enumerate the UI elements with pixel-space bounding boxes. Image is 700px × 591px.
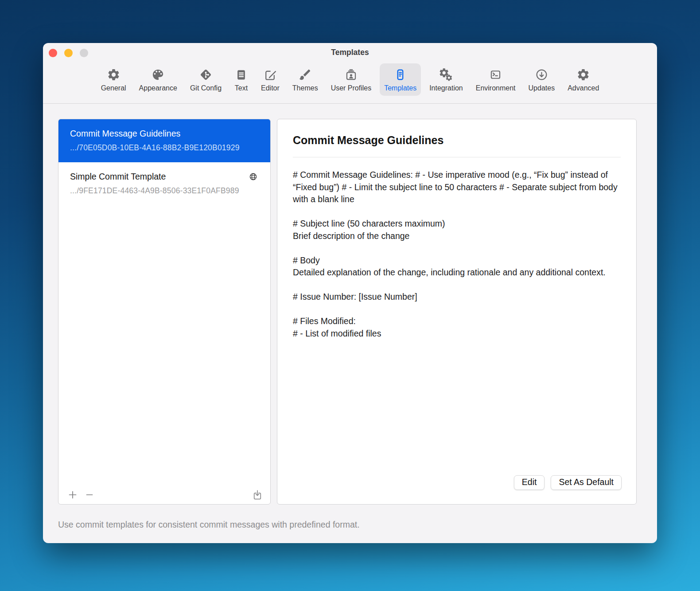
toolbar-item-templates[interactable]: Templates <box>380 63 421 96</box>
toolbar-item-editor[interactable]: Editor <box>257 63 284 96</box>
edit-button[interactable]: Edit <box>514 475 545 490</box>
template-detail-panel: Commit Message Guidelines # Commit Messa… <box>277 119 637 505</box>
preferences-toolbar: General Appearance Git Config Text Edito… <box>43 63 657 103</box>
toolbar-item-advanced[interactable]: Advanced <box>563 63 603 96</box>
git-branch-icon <box>199 68 213 82</box>
template-path: .../9FE171DE-4463-4A9B-8506-33E1F0AFB989 <box>70 186 259 196</box>
paintbrush-icon <box>298 68 312 82</box>
terminal-icon <box>489 68 502 82</box>
toolbar-item-appearance[interactable]: Appearance <box>135 63 182 96</box>
add-template-button[interactable] <box>67 489 78 500</box>
toolbar-item-label: Git Config <box>190 84 222 92</box>
download-square-icon <box>252 489 263 501</box>
gears-icon <box>439 68 453 82</box>
plus-icon <box>67 489 78 500</box>
detail-buttons: Edit Set As Default <box>514 475 622 490</box>
detail-separator <box>293 157 621 157</box>
list-controls <box>58 484 270 504</box>
toolbar-item-label: Advanced <box>568 84 599 92</box>
remove-template-button[interactable] <box>84 489 95 500</box>
toolbar-item-label: Themes <box>292 84 318 92</box>
set-as-default-button[interactable]: Set As Default <box>551 475 622 490</box>
toolbar-item-text[interactable]: Text <box>230 63 253 96</box>
toolbar-item-integration[interactable]: Integration <box>425 63 467 96</box>
globe-icon <box>249 172 258 181</box>
palette-icon <box>151 68 165 82</box>
preferences-window: Templates General Appearance Git Config … <box>43 43 657 543</box>
toolbar-item-label: General <box>101 84 126 92</box>
gear-icon <box>107 68 121 82</box>
toolbar-item-updates[interactable]: Updates <box>524 63 560 96</box>
minus-icon <box>84 489 95 500</box>
toolbar-item-label: Updates <box>529 84 555 92</box>
toolbar-item-user-profiles[interactable]: User Profiles <box>327 63 376 96</box>
footer-hint: Use commit templates for consistent comm… <box>58 520 360 530</box>
toolbar-item-git-config[interactable]: Git Config <box>186 63 226 96</box>
advanced-gear-icon <box>576 68 590 82</box>
arrow-down-circle-icon <box>535 68 548 82</box>
template-name: Commit Message Guidelines <box>70 129 259 139</box>
toolbar-item-label: Editor <box>261 84 280 92</box>
text-document-icon <box>234 68 248 82</box>
toolbar-divider <box>43 103 657 104</box>
toolbar-item-label: Appearance <box>139 84 177 92</box>
templates-document-icon <box>393 68 407 82</box>
import-template-button[interactable] <box>252 489 263 501</box>
template-list-panel: Commit Message Guidelines .../70E05D0B-1… <box>58 119 271 505</box>
toolbar-item-label: User Profiles <box>331 84 372 92</box>
toolbar-item-label: Templates <box>384 84 416 92</box>
toolbar-item-label: Integration <box>429 84 463 92</box>
template-list-item[interactable]: Simple Commit Template .../9FE171DE-4463… <box>58 162 270 205</box>
toolbar-item-environment[interactable]: Environment <box>471 63 520 96</box>
template-name: Simple Commit Template <box>70 172 166 182</box>
toolbar-item-themes[interactable]: Themes <box>288 63 323 96</box>
toolbar-item-general[interactable]: General <box>97 63 131 96</box>
square-pencil-icon <box>263 68 277 82</box>
window-title: Templates <box>43 48 657 57</box>
id-card-icon <box>344 68 358 82</box>
toolbar-item-label: Environment <box>476 84 516 92</box>
toolbar-item-label: Text <box>235 84 248 92</box>
detail-title: Commit Message Guidelines <box>293 134 621 147</box>
template-path: .../70E05D0B-10EB-4A16-88B2-B9E120B01929 <box>70 143 259 153</box>
template-body-text: # Commit Message Guidelines: # - Use imp… <box>293 169 623 340</box>
titlebar: Templates <box>43 43 657 63</box>
template-list-item-selected[interactable]: Commit Message Guidelines .../70E05D0B-1… <box>58 119 270 162</box>
